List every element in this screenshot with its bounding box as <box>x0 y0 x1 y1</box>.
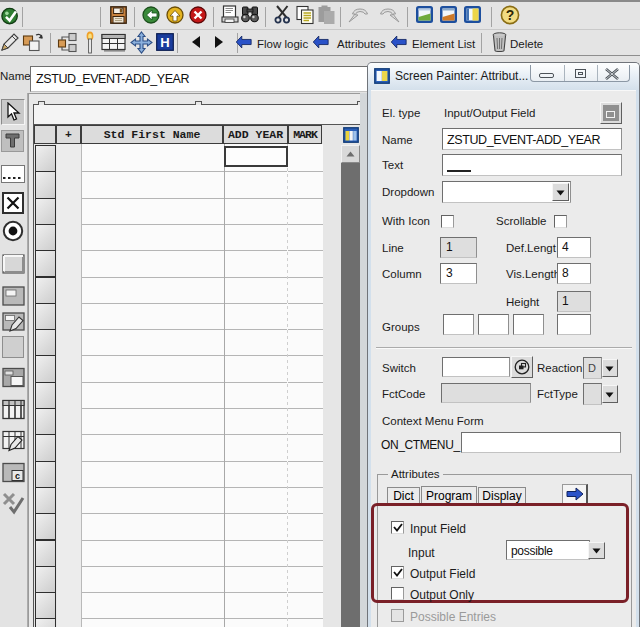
svg-text:H: H <box>160 35 169 50</box>
svg-text:?: ? <box>506 7 515 23</box>
svg-text:c: c <box>15 471 20 481</box>
